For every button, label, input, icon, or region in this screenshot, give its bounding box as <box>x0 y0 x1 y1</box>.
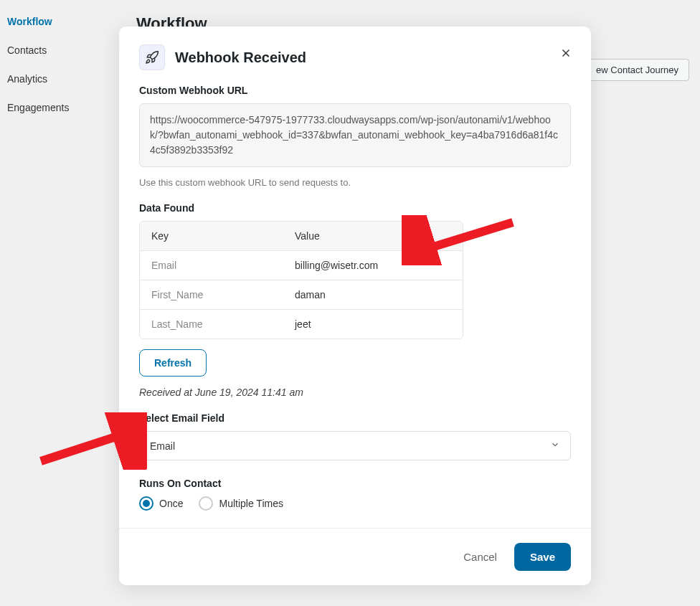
select-email-value: Email <box>150 440 175 452</box>
webhook-modal: Webhook Received Custom Webhook URL Use … <box>119 27 591 585</box>
nav-engagements[interactable]: Engagements <box>0 93 122 122</box>
table-cell-value: billing@wisetr.com <box>283 251 463 280</box>
select-email-field[interactable]: Email <box>139 431 571 460</box>
close-icon[interactable] <box>559 47 572 62</box>
refresh-button[interactable]: Refresh <box>139 349 207 377</box>
table-header-row: Key Value <box>140 222 463 251</box>
webhook-url-helper: Use this custom webhook URL to send requ… <box>139 177 571 188</box>
radio-multiple[interactable]: Multiple Times <box>199 496 283 511</box>
new-contact-journey-button[interactable]: ew Contact Journey <box>585 59 689 81</box>
nav-contacts[interactable]: Contacts <box>0 36 122 65</box>
save-button[interactable]: Save <box>514 543 571 571</box>
radio-multiple-label: Multiple Times <box>219 498 283 509</box>
table-cell-value: daman <box>283 280 463 309</box>
webhook-url-label: Custom Webhook URL <box>139 85 571 96</box>
received-timestamp: Received at June 19, 2024 11:41 am <box>139 387 571 398</box>
table-row: Email billing@wisetr.com <box>140 251 463 280</box>
table-header-value: Value <box>283 222 463 250</box>
svg-line-5 <box>41 432 129 461</box>
radio-once[interactable]: Once <box>139 496 183 511</box>
bg-sidebar: Workflow Contacts Analytics Engagements <box>0 0 122 129</box>
data-found-label: Data Found <box>139 202 571 214</box>
table-cell-key: Last_Name <box>140 310 283 338</box>
table-row: Last_Name jeet <box>140 310 463 338</box>
data-table: Key Value Email billing@wisetr.com First… <box>139 221 463 339</box>
webhook-url-field[interactable] <box>139 103 571 167</box>
table-cell-key: First_Name <box>140 280 283 309</box>
modal-header: Webhook Received <box>119 27 591 70</box>
nav-analytics[interactable]: Analytics <box>0 65 122 93</box>
modal-body: Custom Webhook URL Use this custom webho… <box>119 70 591 528</box>
radio-multiple-indicator <box>199 496 213 511</box>
modal-title: Webhook Received <box>175 49 306 66</box>
select-email-label: Select Email Field <box>139 412 571 424</box>
radio-once-indicator <box>139 496 153 511</box>
cancel-button[interactable]: Cancel <box>463 551 497 563</box>
rocket-icon <box>139 44 165 70</box>
nav-workflow[interactable]: Workflow <box>0 7 122 36</box>
table-header-key: Key <box>140 222 283 250</box>
table-cell-key: Email <box>140 251 283 280</box>
radio-group: Once Multiple Times <box>139 496 571 528</box>
modal-footer: Cancel Save <box>119 528 591 585</box>
chevron-down-icon <box>550 440 560 452</box>
table-row: First_Name daman <box>140 280 463 310</box>
runs-on-label: Runs On Contact <box>139 478 571 489</box>
radio-once-label: Once <box>159 498 183 509</box>
table-cell-value: jeet <box>283 310 463 338</box>
